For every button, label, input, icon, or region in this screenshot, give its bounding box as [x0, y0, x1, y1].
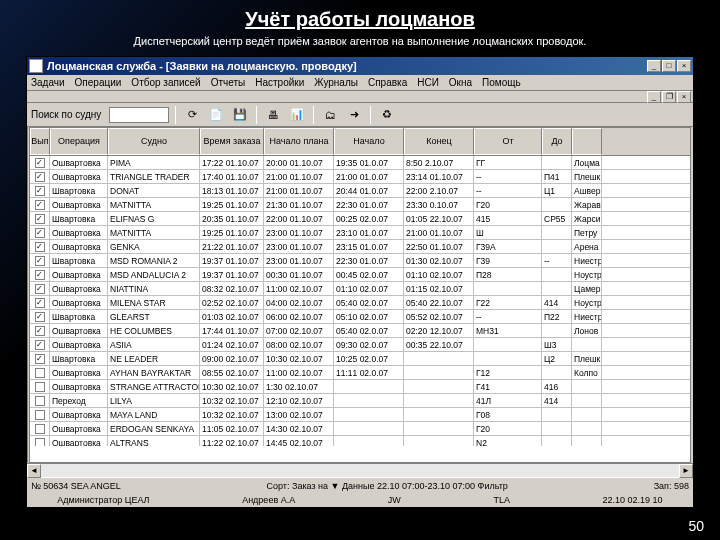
col-op[interactable]: Операция [50, 128, 108, 155]
cell-op: Ошвартовка [50, 436, 108, 446]
row-checkbox[interactable]: ✓ [35, 256, 45, 266]
menu-journals[interactable]: Журналы [314, 77, 358, 88]
cell-ship: MSD ROMANIA 2 [108, 254, 200, 267]
scroll-right-button[interactable]: ► [679, 464, 693, 478]
cell-planstart: 07:00 02.10.07 [264, 324, 334, 337]
cell-from: 41Л [474, 394, 542, 407]
row-checkbox[interactable]: ✓ [35, 298, 45, 308]
menu-settings[interactable]: Настройки [255, 77, 304, 88]
row-checkbox[interactable]: ✓ [35, 312, 45, 322]
menu-operations[interactable]: Операции [75, 77, 122, 88]
grid-body[interactable]: ✓ОшвартовкаPIMA17:22 01.10.0720:00 01.10… [30, 156, 690, 446]
cell-op: Швартовка [50, 212, 108, 225]
tool-doc-icon[interactable]: 📄 [206, 105, 226, 125]
tool-refresh-icon[interactable]: ⟳ [182, 105, 202, 125]
row-checkbox[interactable]: ✓ [35, 228, 45, 238]
col-to[interactable]: До [542, 128, 572, 155]
menu-help1[interactable]: Справка [368, 77, 407, 88]
table-row[interactable]: ✓ОшвартовкаMSD ANDALUCIA 219:37 01.10.07… [30, 268, 690, 282]
row-checkbox[interactable]: ✓ [35, 158, 45, 168]
cell-to: Ш3 [542, 338, 572, 351]
table-row[interactable]: ✓ОшвартовкаTRIANGLE TRADER17:40 01.10.07… [30, 170, 690, 184]
table-row[interactable]: ✓ОшвартовкаHE COLUMBES17:44 01.10.0707:0… [30, 324, 690, 338]
cell-person [572, 436, 602, 446]
close-button[interactable]: × [677, 60, 691, 72]
table-row[interactable]: ОшвартовкаSTRANGE ATTRACTOR10:30 02.10.0… [30, 380, 690, 394]
table-row[interactable]: ✓ШвартовкаELIFNAS G20:35 01.10.0722:00 0… [30, 212, 690, 226]
table-row[interactable]: ПереходLILYA10:32 02.10.0712:10 02.10.07… [30, 394, 690, 408]
col-chk[interactable]: Вып [30, 128, 50, 155]
menu-reports[interactable]: Отчеты [211, 77, 246, 88]
menu-nsi[interactable]: НСИ [417, 77, 439, 88]
row-checkbox[interactable] [35, 368, 45, 378]
row-checkbox[interactable] [35, 424, 45, 434]
table-row[interactable]: ✓ШвартовкаGLEARST01:03 02.10.0706:00 02.… [30, 310, 690, 324]
mdi-close-button[interactable]: × [677, 91, 691, 103]
row-checkbox[interactable] [35, 410, 45, 420]
cell-ordertime: 19:37 01.10.07 [200, 254, 264, 267]
table-row[interactable]: ОшвартовкаALTRANS11:22 02.10.0714:45 02.… [30, 436, 690, 446]
cell-ship: ALTRANS [108, 436, 200, 446]
row-checkbox[interactable] [35, 438, 45, 447]
table-row[interactable]: ✓ШвартовкаDONAT18:13 01.10.0721:00 01.10… [30, 184, 690, 198]
table-row[interactable]: ✓ШвартовкаNE LEADER09:00 02.10.0710:30 0… [30, 352, 690, 366]
row-checkbox[interactable]: ✓ [35, 284, 45, 294]
search-input[interactable] [109, 107, 169, 123]
minimize-button[interactable]: _ [647, 60, 661, 72]
menu-tasks[interactable]: Задачи [31, 77, 65, 88]
table-row[interactable]: ✓ОшвартовкаMATNITTA19:25 01.10.0721:30 0… [30, 198, 690, 212]
row-checkbox[interactable] [35, 396, 45, 406]
table-row[interactable]: ОшвартовкаERDOGAN SENKAYA11:05 02.10.071… [30, 422, 690, 436]
tool-save-icon[interactable]: 💾 [230, 105, 250, 125]
row-checkbox[interactable]: ✓ [35, 186, 45, 196]
col-ordertime[interactable]: Время заказа [200, 128, 264, 155]
slide-title: Учёт работы лоцманов [0, 0, 720, 35]
maximize-button[interactable]: □ [662, 60, 676, 72]
tool-process-icon[interactable]: ♻ [377, 105, 397, 125]
col-end[interactable]: Конец [404, 128, 474, 155]
table-row[interactable]: ✓ОшвартовкаMILENA STAR02:52 02.10.0704:0… [30, 296, 690, 310]
col-extra[interactable] [572, 128, 602, 155]
tool-card-icon[interactable]: 🗂 [320, 105, 340, 125]
cell-planstart: 00:30 01.10.07 [264, 268, 334, 281]
cell-from: -- [474, 170, 542, 183]
row-checkbox[interactable]: ✓ [35, 354, 45, 364]
row-checkbox[interactable]: ✓ [35, 172, 45, 182]
mdi-restore-button[interactable]: ❐ [662, 91, 676, 103]
tool-print-icon[interactable]: 🖶 [263, 105, 283, 125]
tool-arrow-icon[interactable]: ➜ [344, 105, 364, 125]
row-checkbox[interactable]: ✓ [35, 270, 45, 280]
row-checkbox[interactable] [35, 382, 45, 392]
cell-person [572, 338, 602, 351]
table-row[interactable]: ✓ОшвартовкаASIIA01:24 02.10.0708:00 02.1… [30, 338, 690, 352]
col-planstart[interactable]: Начало плана [264, 128, 334, 155]
menu-filter[interactable]: Отбор записей [131, 77, 200, 88]
mdi-minimize-button[interactable]: _ [647, 91, 661, 103]
data-grid: Вып Операция Судно Время заказа Начало п… [29, 127, 691, 463]
cell-ordertime: 10:30 02.10.07 [200, 380, 264, 393]
col-from[interactable]: От [474, 128, 542, 155]
tool-chart-icon[interactable]: 📊 [287, 105, 307, 125]
row-checkbox[interactable]: ✓ [35, 214, 45, 224]
row-checkbox[interactable]: ✓ [35, 200, 45, 210]
table-row[interactable]: ✓ОшвартовкаPIMA17:22 01.10.0720:00 01.10… [30, 156, 690, 170]
col-start[interactable]: Начало [334, 128, 404, 155]
table-row[interactable]: ✓ОшвартовкаGENKA21:22 01.10.0723:00 01.1… [30, 240, 690, 254]
table-row[interactable]: ✓ШвартовкаMSD ROMANIA 219:37 01.10.0723:… [30, 254, 690, 268]
menu-help2[interactable]: Помощь [482, 77, 521, 88]
table-row[interactable]: ОшвартовкаMAYA LAND10:32 02.10.0713:00 0… [30, 408, 690, 422]
menu-windows[interactable]: Окна [449, 77, 472, 88]
row-checkbox[interactable]: ✓ [35, 340, 45, 350]
cell-ordertime: 21:22 01.10.07 [200, 240, 264, 253]
col-ship[interactable]: Судно [108, 128, 200, 155]
row-checkbox[interactable]: ✓ [35, 242, 45, 252]
table-row[interactable]: ✓ОшвартовкаMATNITTA19:25 01.10.0723:00 0… [30, 226, 690, 240]
table-row[interactable]: ОшвартовкаAYHAN BAYRAKTAR08:55 02.10.071… [30, 366, 690, 380]
table-row[interactable]: ✓ОшвартовкаNIATTINA08:32 02.10.0711:00 0… [30, 282, 690, 296]
cell-op: Ошвартовка [50, 198, 108, 211]
scroll-left-button[interactable]: ◄ [27, 464, 41, 478]
row-checkbox[interactable]: ✓ [35, 326, 45, 336]
cell-start [334, 408, 404, 421]
cell-person: Лонов [572, 324, 602, 337]
horizontal-scrollbar[interactable]: ◄ ► [27, 463, 693, 477]
